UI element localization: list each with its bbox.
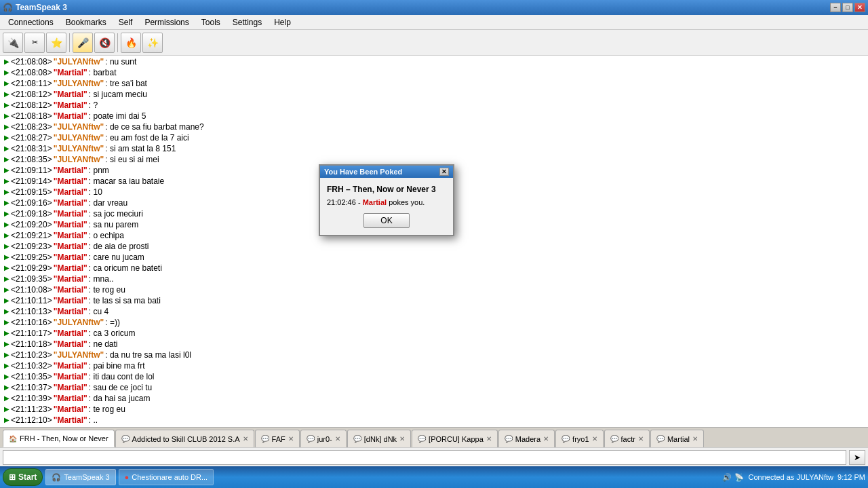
menu-tools[interactable]: Tools	[196, 16, 226, 29]
chat-time: <21:09:35>	[11, 274, 52, 284]
chat-username: "Martial"	[54, 67, 87, 78]
tab-close-button[interactable]: ✕	[243, 435, 248, 443]
chat-time: <21:10:39>	[11, 393, 52, 404]
tab-close-button[interactable]: ✕	[592, 435, 597, 443]
tab-close-button[interactable]: ✕	[543, 435, 549, 443]
modal-body: FRH – Then, Now or Never 3 21:02:46 - Ma…	[320, 178, 453, 235]
send-button[interactable]: ➤	[849, 450, 865, 465]
chat-time: <21:08:18>	[11, 111, 52, 121]
chat-message: : poate imi dai 5	[89, 111, 146, 121]
toolbar-away[interactable]: 🔥	[121, 33, 141, 53]
chat-time: <21:08:08>	[11, 67, 52, 78]
menu-connections[interactable]: Connections	[3, 16, 59, 29]
menu-help[interactable]: Help	[269, 16, 296, 29]
modal-close-button[interactable]: ✕	[439, 168, 449, 176]
tab-icon: 💬	[307, 435, 315, 443]
chat-message: : de ce sa fiu barbat mane?	[105, 121, 203, 132]
chat-arrow: ▶	[4, 208, 9, 219]
chat-message: : pai bine ma frt	[89, 360, 145, 371]
toolbar-settings[interactable]: ✨	[142, 33, 163, 53]
chat-arrow: ▶	[4, 339, 9, 350]
start-label: Start	[18, 472, 37, 482]
chat-arrow: ▶	[4, 415, 9, 426]
taskbar-right: 🔊 📡 Connected as JULYANftw 9:12 PM	[722, 473, 865, 482]
tab-faf[interactable]: 💬FAF✕	[255, 430, 300, 447]
tab-label: [PORCU] Kappa	[429, 435, 484, 443]
chat-username: "Martial"	[54, 404, 87, 415]
chat-time: <21:10:35>	[11, 371, 52, 382]
chat-arrow: ▶	[4, 284, 9, 295]
toolbar-bookmark[interactable]: ⭐	[46, 33, 66, 53]
chat-line: ▶<21:10:35> "Martial": iti dau cont de l…	[4, 371, 864, 382]
chat-line: ▶<21:08:12> "Martial": ?	[4, 100, 864, 111]
chat-time: <21:09:25>	[11, 252, 52, 263]
chat-message: : ca 3 oricum	[89, 328, 136, 339]
chat-arrow: ▶	[4, 132, 9, 143]
menu-permissions[interactable]: Permissions	[139, 16, 194, 29]
modal-dash: -	[358, 198, 363, 206]
taskbar: ⊞ Start 🎧 TeamSpeak 3 ● Chestionare auto…	[0, 466, 868, 488]
chat-arrow: ▶	[4, 360, 9, 371]
tab-close-button[interactable]: ✕	[288, 435, 294, 443]
toolbar-connect[interactable]: 🔌	[3, 33, 23, 53]
tab-close-button[interactable]: ✕	[638, 435, 644, 443]
chat-arrow: ▶	[4, 78, 9, 89]
taskbar-ts-label: TeamSpeak 3	[64, 473, 109, 481]
tab-martial[interactable]: 💬Martial✕	[650, 430, 704, 447]
tab-close-button[interactable]: ✕	[692, 435, 698, 443]
tab-frh---then,-now-or-never[interactable]: 🏠FRH - Then, Now or Never	[3, 430, 115, 447]
chat-message: : si jucam meciu	[89, 89, 147, 100]
systray-icon1: 🔊	[722, 473, 732, 482]
chat-username: "Martial"	[54, 100, 87, 111]
tab-label: jur0-	[317, 435, 332, 443]
modal-ok-button[interactable]: OK	[363, 213, 409, 228]
taskbar-teamspeak[interactable]: 🎧 TeamSpeak 3	[45, 469, 115, 485]
chat-username: "JULYANftw"	[54, 56, 104, 67]
toolbar-sep1	[69, 33, 70, 52]
toolbar-mute[interactable]: 🔇	[94, 33, 115, 53]
menu-self[interactable]: Self	[113, 16, 138, 29]
chat-time: <21:08:12>	[11, 100, 52, 111]
menu-bookmarks[interactable]: Bookmarks	[60, 16, 112, 29]
tab-addicted-to-skill-club-2012-s.a[interactable]: 💬Addicted to Skill CLUB 2012 S.A✕	[115, 430, 254, 447]
chat-time: <21:10:11>	[11, 295, 52, 306]
chat-arrow: ▶	[4, 306, 9, 317]
start-button[interactable]: ⊞ Start	[3, 468, 43, 486]
tab-close-button[interactable]: ✕	[399, 435, 405, 443]
tab-icon: 💬	[656, 435, 665, 443]
tab-close-button[interactable]: ✕	[335, 435, 340, 443]
chat-input[interactable]	[3, 450, 846, 465]
chat-username: "JULYANftw"	[54, 154, 104, 165]
chat-time: <21:12:10>	[11, 415, 52, 426]
title-bar-title: 🎧 TeamSpeak 3	[3, 3, 67, 12]
chat-time: <21:09:11>	[11, 165, 52, 176]
minimize-button[interactable]: −	[830, 3, 841, 12]
modal-title: You Have Been Poked	[324, 168, 402, 176]
close-button[interactable]: ✕	[854, 3, 865, 12]
menu-settings[interactable]: Settings	[227, 16, 267, 29]
tab-close-button[interactable]: ✕	[486, 435, 492, 443]
toolbar-disconnect[interactable]: ✂	[24, 33, 45, 53]
chat-message: : cu 4	[89, 306, 108, 317]
tab-fryo1[interactable]: 💬fryo1✕	[555, 430, 603, 447]
chat-username: "Martial"	[54, 165, 87, 176]
toolbar-mic[interactable]: 🎤	[73, 33, 93, 53]
tab-[porcu]-kappa[interactable]: 💬[PORCU] Kappa✕	[412, 430, 498, 447]
maximize-button[interactable]: □	[842, 3, 853, 12]
taskbar-chestionare[interactable]: ● Chestionare auto DR...	[119, 469, 214, 485]
chat-line: ▶<21:10:37> "Martial": sau de ce joci tu	[4, 382, 864, 393]
tab-jur0-[interactable]: 💬jur0-✕	[300, 430, 347, 447]
chat-username: "Martial"	[54, 284, 87, 295]
tab-madera[interactable]: 💬Madera✕	[498, 430, 555, 447]
chat-username: "Martial"	[54, 111, 87, 121]
title-bar-controls: − □ ✕	[830, 3, 865, 12]
chat-line: ▶<21:09:23> "Martial": de aia de prosti	[4, 241, 864, 252]
modal-time: 21:02:46	[327, 198, 356, 206]
chat-line: ▶<21:08:23> "JULYANftw": de ce sa fiu ba…	[4, 121, 864, 132]
chat-message: : ne dati	[89, 339, 118, 350]
chat-arrow: ▶	[4, 111, 9, 121]
tab-[dnk]-dnk[interactable]: 💬[dNk] dNk✕	[347, 430, 411, 447]
tab-factr[interactable]: 💬factr✕	[604, 430, 650, 447]
taskbar-ts-icon: 🎧	[52, 473, 61, 482]
chat-time: <21:08:27>	[11, 132, 52, 143]
